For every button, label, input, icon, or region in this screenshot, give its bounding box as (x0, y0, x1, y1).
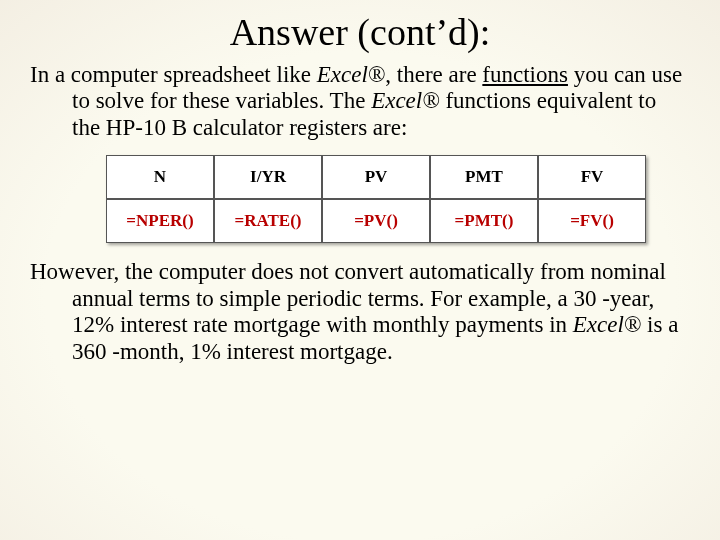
table-row: =NPER() =RATE() =PV() =PMT() =FV() (106, 199, 646, 243)
table-row: N I/YR PV PMT FV (106, 155, 646, 199)
cell-fv: =FV() (538, 199, 646, 243)
col-header-n: N (106, 155, 214, 199)
excel-ref: Excel® (573, 312, 642, 337)
cell-rate: =RATE() (214, 199, 322, 243)
col-header-fv: FV (538, 155, 646, 199)
excel-ref: Excel® (371, 88, 440, 113)
col-header-pv: PV (322, 155, 430, 199)
col-header-iyr: I/YR (214, 155, 322, 199)
functions-term: functions (482, 62, 568, 87)
functions-table-wrap: N I/YR PV PMT FV =NPER() =RATE() =PV() =… (30, 155, 690, 243)
closing-paragraph: However, the computer does not convert a… (30, 259, 690, 365)
cell-pmt: =PMT() (430, 199, 538, 243)
slide-title: Answer (cont’d): (30, 10, 690, 54)
text-segment: In a computer spreadsheet like (30, 62, 317, 87)
text-segment: , there are (385, 62, 482, 87)
cell-pv: =PV() (322, 199, 430, 243)
cell-nper: =NPER() (106, 199, 214, 243)
intro-paragraph: In a computer spreadsheet like Excel®, t… (30, 62, 690, 141)
excel-ref: Excel® (317, 62, 386, 87)
functions-table: N I/YR PV PMT FV =NPER() =RATE() =PV() =… (106, 155, 646, 243)
col-header-pmt: PMT (430, 155, 538, 199)
text-segment: However, the computer does not convert a… (30, 259, 666, 337)
